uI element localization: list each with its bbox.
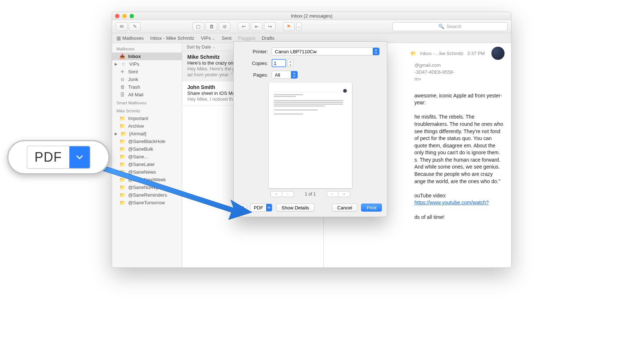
chevron-down-icon: ⌄ <box>212 45 215 49</box>
cancel-button[interactable]: Cancel <box>332 204 357 212</box>
reply-all-button[interactable]: ⇤ <box>251 22 262 31</box>
get-mail-button[interactable]: ✉ <box>116 22 127 31</box>
forward-button[interactable]: ↪ <box>264 22 276 31</box>
sidebar-item-sent[interactable]: ✈Sent <box>112 68 182 76</box>
delete-button[interactable]: 🗑 <box>206 22 217 31</box>
folder-icon: 📁 <box>119 124 125 129</box>
updown-icon <box>291 71 298 78</box>
junk-button[interactable]: ⊘ <box>219 22 230 31</box>
sidebar-item-junk[interactable]: ⊘Junk <box>112 76 182 83</box>
preview-prev-buttons[interactable]: «‹ <box>271 191 294 197</box>
sidebar-item-sanenews[interactable]: 📁@SaneNews <box>112 168 182 176</box>
help-icon: ? <box>241 205 244 211</box>
trash-icon: 🗑 <box>119 85 125 90</box>
sidebar-item-airmail[interactable]: ▶📁[Airmail] <box>112 130 182 138</box>
compose-button[interactable]: ✎ <box>129 22 141 31</box>
archive-button[interactable]: ▢ <box>192 22 204 31</box>
search-icon: 🔍 <box>438 24 444 29</box>
folder-icon: 📁 <box>119 185 125 190</box>
next-page-icon: › <box>327 191 338 197</box>
flag-button[interactable]: ⚑ <box>283 22 295 31</box>
sidebar-item-sanenextweek[interactable]: 📁@SaneNextWeek <box>112 176 182 184</box>
sidebar-item-allmail[interactable]: 🗄All Mail <box>112 91 182 99</box>
copies-label: Copies: <box>239 61 268 66</box>
copies-stepper[interactable]: ▲▼ <box>288 59 293 67</box>
sidebar-item-archive[interactable]: 📁Archive <box>112 122 182 130</box>
fav-drafts[interactable]: Drafts <box>262 35 275 41</box>
fav-sent[interactable]: Sent <box>222 35 231 41</box>
fav-vips[interactable]: VIPs ⌄ <box>201 35 215 41</box>
reader-meta-line: m> <box>414 76 505 83</box>
search-input[interactable]: 🔍 Search <box>392 22 507 31</box>
chevron-down-icon: ⌄ <box>212 37 215 40</box>
copies-input[interactable] <box>272 59 286 67</box>
sidebar-item-important[interactable]: 📁Important <box>112 115 182 122</box>
print-preview <box>269 82 352 188</box>
flag-icon: ⚑ <box>287 24 291 29</box>
flag-menu-button[interactable]: ⌄ <box>296 22 302 31</box>
junk-icon: ⊘ <box>223 24 227 29</box>
sidebar-item-sanereminders[interactable]: 📁@SaneReminders <box>112 191 182 199</box>
pdf-callout: PDF <box>7 140 110 174</box>
disclosure-triangle-icon[interactable]: ▶ <box>114 62 118 66</box>
toolbar: ✉ ✎ ▢ 🗑 ⊘ ↩ ⇤ ↪ ⚑ ⌄ 🔍 Search <box>112 20 511 33</box>
sidebar-section-account: Mike Schmitz <box>112 107 182 115</box>
compose-icon: ✎ <box>133 24 137 29</box>
sidebar-item-sanenoreplies[interactable]: 📁@SaneNoReplies <box>112 184 182 191</box>
folder-icon: 📁 <box>119 139 125 144</box>
folder-icon: 📁 <box>119 177 125 182</box>
show-details-button[interactable]: Show Details <box>276 204 315 212</box>
pages-label: Pages: <box>239 72 268 78</box>
forward-icon: ↪ <box>268 24 272 29</box>
archive-icon: ▢ <box>196 24 200 29</box>
sidebar: Mailboxes 📥Inbox ▶☆VIPs ✈Sent ⊘Junk 🗑Tra… <box>112 43 182 267</box>
chevron-down-icon <box>266 204 272 211</box>
sidebar-item-sanelater[interactable]: 📁@SaneLater <box>112 161 182 168</box>
sidebar-item-vips[interactable]: ▶☆VIPs <box>112 60 182 68</box>
printer-select[interactable]: Canon LBP7110Cw <box>272 47 380 55</box>
fav-inbox[interactable]: Inbox - Mike Schmitz <box>150 35 195 41</box>
envelope-icon: ✉ <box>120 24 124 29</box>
mailboxes-toggle[interactable]: ▥Mailboxes <box>116 35 144 41</box>
sidebar-item-saneblackhole[interactable]: 📁@SaneBlackHole <box>112 138 182 145</box>
pdf-callout-label: PDF <box>27 150 69 165</box>
chevron-down-icon: ⌄ <box>298 25 300 28</box>
reader-meta-line: -3D47-4DE6-9558- <box>414 69 505 76</box>
reply-button[interactable]: ↩ <box>238 22 249 31</box>
folder-icon: 📁 <box>119 193 125 198</box>
folder-icon: 📁 <box>119 170 125 175</box>
fav-flagged[interactable]: Flagged <box>238 35 255 41</box>
search-placeholder: Search <box>446 24 461 29</box>
sidebar-section-smart: Smart Mailboxes <box>112 99 182 107</box>
trash-icon: 🗑 <box>209 24 214 29</box>
folder-icon: 📁 <box>119 154 125 159</box>
preview-next-buttons[interactable]: ›» <box>327 191 350 197</box>
sidebar-item-sane-ellipsis[interactable]: 📁@Sane... <box>112 153 182 161</box>
sidebar-item-inbox[interactable]: 📥Inbox <box>112 53 182 60</box>
sidebar-section-mailboxes: Mailboxes <box>112 45 182 53</box>
folder-icon: 📁 <box>410 51 416 56</box>
sidebar-icon: ▥ <box>116 35 121 41</box>
pages-select[interactable]: All <box>272 71 298 79</box>
stepper-down-icon: ▼ <box>288 63 293 67</box>
folder-icon: 📁 <box>119 162 125 167</box>
last-page-icon: » <box>338 191 350 197</box>
pdf-dropdown[interactable]: PDF <box>250 204 272 212</box>
avatar <box>343 89 347 93</box>
help-button[interactable]: ? <box>239 204 247 212</box>
print-dialog: Printer: Canon LBP7110Cw Copies: ▲▼ Page… <box>233 41 387 217</box>
avatar <box>491 47 505 60</box>
sidebar-item-trash[interactable]: 🗑Trash <box>112 83 182 91</box>
folder-icon: 📁 <box>120 131 126 136</box>
page-indicator: 1 of 1 <box>305 192 316 197</box>
sidebar-item-sanebulk[interactable]: 📁@SaneBulk <box>112 145 182 153</box>
folder-icon: 📁 <box>119 200 125 205</box>
reader-folder: Inbox -…ike Schmitz <box>420 51 463 56</box>
youtube-link[interactable]: https://www.youtube.com/watch? <box>414 200 489 205</box>
print-button[interactable]: Print <box>361 204 382 212</box>
sidebar-item-sanetomorrow[interactable]: 📁@SaneTomorrow <box>112 199 182 206</box>
inbox-icon: 📥 <box>119 54 125 59</box>
mail-window: Inbox (2 messages) ✉ ✎ ▢ 🗑 ⊘ ↩ ⇤ ↪ ⚑ ⌄ 🔍… <box>112 12 511 268</box>
disclosure-triangle-icon[interactable]: ▶ <box>114 132 118 136</box>
paperplane-icon: ✈ <box>119 69 125 74</box>
